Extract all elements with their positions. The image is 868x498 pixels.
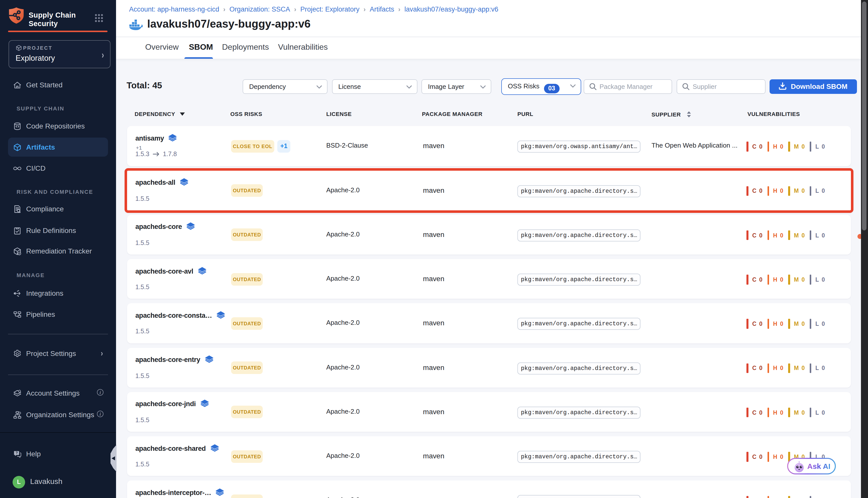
svg-text:?: ? xyxy=(16,451,18,455)
